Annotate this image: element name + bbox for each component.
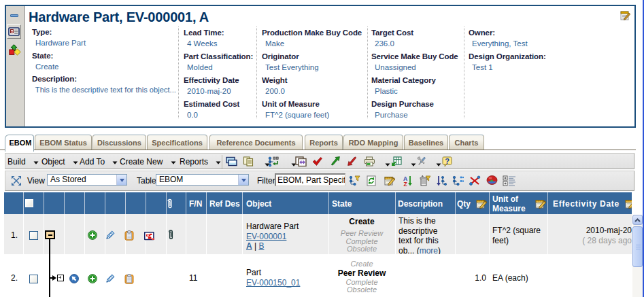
svg-text:Z: Z: [403, 180, 407, 186]
svg-text:?: ?: [445, 157, 450, 165]
